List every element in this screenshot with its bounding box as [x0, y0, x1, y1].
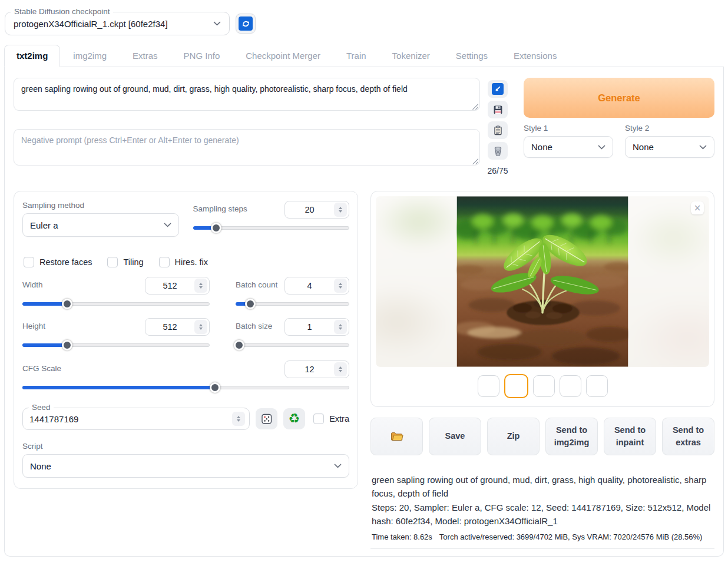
result-gallery: × — [370, 191, 714, 407]
refresh-checkpoint-button[interactable] — [236, 14, 256, 34]
gallery-stage[interactable]: × — [376, 196, 709, 367]
sampling-method-dropdown[interactable]: Euler a — [22, 213, 179, 237]
generation-info-panel: green sapling rowing out of ground, mud,… — [370, 473, 714, 549]
close-image-button[interactable]: × — [691, 201, 704, 214]
slider-handle[interactable] — [211, 223, 221, 233]
width-value[interactable] — [145, 281, 194, 290]
slider-handle[interactable] — [62, 299, 72, 309]
tab-checkpoint-merger[interactable]: Checkpoint Merger — [233, 45, 333, 67]
apply-style-button[interactable] — [488, 121, 508, 139]
width-label: Width — [22, 277, 43, 289]
extra-seed-checkbox[interactable]: Extra — [313, 413, 349, 424]
slider-handle[interactable] — [62, 340, 72, 350]
negative-prompt-input[interactable] — [14, 129, 480, 166]
sampling-steps-value[interactable] — [285, 205, 334, 214]
chevron-down-icon — [334, 464, 342, 468]
batch-size-field: Batch size — [236, 318, 349, 351]
checkbox-box[interactable] — [159, 257, 170, 267]
height-slider[interactable] — [22, 339, 210, 351]
save-button[interactable]: Save — [429, 418, 481, 455]
open-folder-button[interactable] — [370, 418, 423, 455]
thumbnail-5[interactable] — [586, 375, 608, 397]
clipboard-icon — [493, 125, 503, 135]
clear-prompt-button[interactable] — [488, 142, 508, 160]
height-value[interactable] — [145, 322, 194, 332]
stepper-arrows[interactable] — [194, 279, 207, 293]
stepper-arrows[interactable] — [334, 320, 347, 334]
tab-extensions[interactable]: Extensions — [501, 45, 570, 67]
sampling-steps-slider[interactable] — [193, 222, 350, 234]
main-tabbar: txt2img img2img Extras PNG Info Checkpoi… — [4, 45, 724, 67]
reuse-seed-button[interactable]: ♻ — [283, 408, 305, 429]
batch-size-value[interactable] — [285, 322, 334, 332]
tab-extras[interactable]: Extras — [120, 45, 171, 67]
sampling-steps-input[interactable] — [284, 201, 349, 219]
time-taken-text: Time taken: 8.62s — [372, 532, 432, 541]
batch-size-label: Batch size — [236, 318, 272, 330]
batch-count-input[interactable] — [284, 277, 349, 295]
slider-handle[interactable] — [234, 340, 244, 350]
script-dropdown[interactable]: None — [22, 454, 349, 478]
cfg-scale-input[interactable] — [284, 360, 349, 378]
random-seed-button[interactable] — [256, 408, 277, 429]
batch-size-slider[interactable] — [236, 339, 349, 351]
tab-tokenizer[interactable]: Tokenizer — [379, 45, 443, 67]
thumbnail-4[interactable] — [560, 375, 581, 397]
floppy-disk-icon — [493, 105, 503, 115]
cfg-scale-slider[interactable] — [22, 382, 349, 393]
chevron-down-icon — [699, 145, 707, 150]
checkbox-box[interactable] — [24, 257, 34, 267]
paste-generation-params-button[interactable] — [488, 80, 508, 98]
checkbox-box[interactable] — [313, 413, 324, 424]
stepper-arrows[interactable] — [194, 320, 207, 334]
thumbnail-2-selected[interactable] — [504, 374, 528, 398]
prompt-input[interactable]: green sapling rowing out of ground, mud,… — [14, 78, 480, 111]
send-to-inpaint-button[interactable]: Send to inpaint — [604, 418, 656, 455]
style1-dropdown[interactable]: None — [524, 136, 613, 158]
restore-faces-checkbox[interactable]: Restore faces — [24, 257, 92, 267]
stepper-arrows[interactable] — [334, 362, 347, 376]
height-field: Height — [22, 318, 210, 351]
width-slider[interactable] — [22, 298, 210, 310]
send-to-img2img-button[interactable]: Send to img2img — [545, 418, 598, 455]
slider-handle[interactable] — [245, 299, 256, 309]
generate-button[interactable]: Generate — [524, 78, 714, 118]
seed-value[interactable] — [23, 414, 232, 424]
stepper-arrows[interactable] — [232, 412, 245, 426]
checkbox-box[interactable] — [107, 257, 118, 267]
tab-png-info[interactable]: PNG Info — [171, 45, 233, 67]
batch-count-slider[interactable] — [236, 298, 349, 310]
thumbnail-3[interactable] — [533, 375, 555, 397]
refresh-icon — [239, 16, 253, 31]
restore-faces-label: Restore faces — [39, 257, 92, 267]
tab-settings[interactable]: Settings — [443, 45, 501, 67]
generate-column: Generate Style 1 None Style 2 — [515, 78, 714, 176]
cfg-scale-value[interactable] — [285, 365, 334, 374]
tiling-checkbox[interactable]: Tiling — [107, 257, 143, 267]
width-input[interactable] — [145, 277, 210, 295]
stepper-arrows[interactable] — [334, 279, 347, 293]
extra-label: Extra — [329, 414, 349, 424]
output-column: × — [370, 191, 714, 549]
checkpoint-label: Stable Diffusion checkpoint — [11, 7, 113, 16]
zip-button[interactable]: Zip — [487, 418, 540, 455]
tab-train[interactable]: Train — [333, 45, 379, 67]
generated-image[interactable] — [457, 196, 628, 367]
tab-img2img[interactable]: img2img — [60, 45, 120, 67]
send-to-extras-button[interactable]: Send to extras — [662, 418, 714, 455]
generation-settings-panel: Sampling method Euler a Sampling steps — [14, 191, 358, 489]
batch-size-input[interactable] — [284, 318, 349, 336]
tab-txt2img[interactable]: txt2img — [4, 45, 60, 67]
height-input[interactable] — [145, 318, 210, 336]
seed-field[interactable]: Seed — [22, 408, 250, 430]
hires-fix-label: Hires. fix — [175, 257, 208, 267]
slider-handle[interactable] — [210, 382, 220, 393]
thumbnail-1[interactable] — [478, 375, 499, 397]
hires-fix-checkbox[interactable]: Hires. fix — [159, 257, 208, 267]
style2-dropdown[interactable]: None — [625, 136, 714, 158]
stepper-arrows[interactable] — [334, 203, 347, 217]
save-style-button[interactable] — [488, 101, 508, 118]
batch-count-value[interactable] — [285, 281, 334, 290]
output-actions: Save Zip Send to img2img Send to inpaint… — [370, 418, 714, 455]
checkpoint-dropdown[interactable]: Stable Diffusion checkpoint protogenX34O… — [5, 12, 230, 35]
